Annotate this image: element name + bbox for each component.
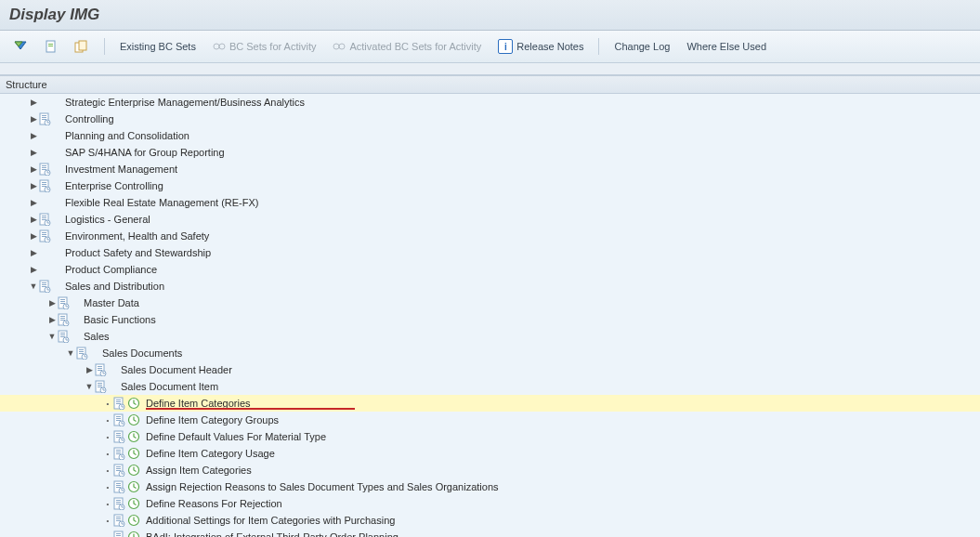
tree-node-label[interactable]: Environment, Health and Safety — [65, 230, 209, 242]
tree-row[interactable]: ▶Sales Document Header — [0, 361, 980, 378]
expand-icon[interactable]: ▶ — [28, 148, 39, 157]
tree-row[interactable]: ▶Environment, Health and Safety — [0, 228, 980, 244]
tree-node-label[interactable]: Sales — [84, 331, 110, 342]
tree-node-label[interactable]: Sales Document Header — [121, 364, 232, 375]
where-else-used-button[interactable]: Where Else Used — [681, 39, 772, 54]
tree-row[interactable]: •Additional Settings for Item Categories… — [0, 512, 980, 529]
tree-row[interactable]: ▶Planning and Consolidation — [0, 127, 980, 144]
tree-node-label[interactable]: Additional Settings for Item Categories … — [146, 515, 395, 526]
release-notes-button[interactable]: i Release Notes — [492, 37, 589, 56]
expand-icon[interactable]: ▶ — [46, 315, 58, 324]
tree-node-label[interactable]: Assign Item Categories — [146, 465, 252, 476]
tree-row[interactable]: ▶Investment Management — [0, 161, 980, 177]
tree-row[interactable]: •Assign Item Categories — [0, 462, 980, 478]
expand-icon[interactable]: ▶ — [28, 248, 39, 257]
bc-sets-for-activity-button[interactable]: BC Sets for Activity — [207, 39, 322, 54]
expand-icon[interactable]: ▶ — [28, 181, 39, 190]
activated-bc-sets-button[interactable]: Activated BC Sets for Activity — [327, 39, 487, 54]
expand-icon[interactable]: ▶ — [28, 114, 39, 124]
expand-icon[interactable]: ▶ — [46, 298, 58, 308]
tree-row[interactable]: •Define Item Category Usage — [0, 445, 980, 462]
tree-row[interactable]: ▶Strategic Enterprise Management/Busines… — [0, 94, 980, 111]
tree-node-label[interactable]: Product Safety and Stewardship — [65, 247, 211, 258]
tree-row[interactable]: ▶Product Compliance — [0, 261, 980, 278]
execute-clock-icon[interactable] — [127, 497, 140, 510]
tree-row[interactable]: •Define Reasons For Rejection — [0, 495, 980, 512]
tree-node-label[interactable]: Product Compliance — [65, 264, 157, 275]
tree-row[interactable]: •Define Default Values For Material Type — [0, 428, 980, 445]
img-activity-doc-icon[interactable] — [113, 447, 126, 460]
tree-node-label[interactable]: Master Data — [84, 297, 139, 308]
collapse-icon[interactable]: ▼ — [28, 282, 39, 291]
tree-row[interactable]: ▶Enterprise Controlling — [0, 177, 980, 194]
img-activity-doc-icon[interactable] — [58, 313, 71, 326]
tree-node-label[interactable]: Sales Documents — [102, 347, 182, 359]
img-activity-doc-icon[interactable] — [39, 213, 52, 226]
img-activity-doc-icon[interactable] — [58, 330, 71, 343]
doc-button[interactable] — [39, 38, 63, 55]
tree-row[interactable]: ▶SAP S/4HANA for Group Reporting — [0, 144, 980, 161]
tree-node-label[interactable]: Investment Management — [65, 164, 177, 175]
img-activity-doc-icon[interactable] — [39, 179, 52, 192]
img-activity-doc-icon[interactable] — [113, 430, 126, 443]
expand-all-button[interactable] — [7, 38, 33, 55]
tree-node-label[interactable]: Define Default Values For Material Type — [146, 431, 326, 442]
expand-icon[interactable]: ▶ — [84, 365, 95, 374]
tree-row[interactable]: ▶Master Data — [0, 295, 980, 311]
img-activity-doc-icon[interactable] — [113, 464, 126, 477]
tree-node-label[interactable]: Controlling — [65, 113, 114, 124]
expand-icon[interactable]: ▶ — [28, 215, 39, 224]
expand-icon[interactable]: ▶ — [28, 131, 39, 140]
img-activity-doc-icon[interactable] — [113, 497, 126, 510]
execute-clock-icon[interactable] — [127, 413, 140, 426]
tree-node-label[interactable]: Strategic Enterprise Management/Business… — [65, 97, 305, 108]
tree-row[interactable]: •Define Item Category Groups — [0, 412, 980, 428]
img-activity-doc-icon[interactable] — [113, 514, 126, 527]
execute-clock-icon[interactable] — [127, 430, 140, 443]
tree-row[interactable]: ▶Logistics - General — [0, 211, 980, 228]
collapse-icon[interactable]: ▼ — [46, 332, 58, 341]
collapse-icon[interactable]: ▼ — [65, 348, 76, 358]
expand-icon[interactable]: ▶ — [28, 98, 39, 107]
tree-row[interactable]: ▼Sales Documents — [0, 345, 980, 361]
execute-clock-icon[interactable] — [127, 447, 140, 460]
img-activity-doc-icon[interactable] — [113, 397, 126, 410]
expand-icon[interactable]: ▶ — [28, 198, 39, 207]
tree-row[interactable]: ▶Flexible Real Estate Management (RE-FX) — [0, 194, 980, 211]
img-activity-doc-icon[interactable] — [113, 530, 126, 537]
img-activity-doc-icon[interactable] — [95, 380, 108, 393]
img-activity-doc-icon[interactable] — [39, 112, 52, 125]
tree-node-label[interactable]: Sales Document Item — [121, 381, 218, 392]
expand-icon[interactable]: ▶ — [28, 164, 39, 174]
execute-clock-icon[interactable] — [127, 397, 140, 410]
collapse-icon[interactable]: ▼ — [84, 382, 95, 391]
execute-clock-icon[interactable] — [127, 530, 140, 537]
expand-icon[interactable]: ▶ — [28, 231, 39, 241]
tree-row[interactable]: •Assign Rejection Reasons to Sales Docum… — [0, 478, 980, 495]
tree-node-label[interactable]: SAP S/4HANA for Group Reporting — [65, 147, 225, 158]
tree-node-label[interactable]: Basic Functions — [84, 314, 156, 325]
img-activity-doc-icon[interactable] — [113, 413, 126, 426]
tree-row[interactable]: •BAdI: Integration of External Third-Par… — [0, 529, 980, 537]
execute-clock-icon[interactable] — [127, 514, 140, 527]
tree-row[interactable]: ▼Sales Document Item — [0, 378, 980, 395]
tree-node-label[interactable]: BAdI: Integration of External Third-Part… — [146, 531, 399, 537]
tree-node-label[interactable]: Define Item Categories — [146, 398, 251, 409]
tree-row[interactable]: •Define Item Categories — [0, 395, 980, 412]
tree-node-label[interactable]: Logistics - General — [65, 214, 150, 225]
img-activity-doc-icon[interactable] — [95, 363, 108, 376]
tree-row[interactable]: ▶Controlling — [0, 111, 980, 127]
img-activity-doc-icon[interactable] — [39, 229, 52, 242]
expand-icon[interactable]: ▶ — [28, 265, 39, 274]
tree-node-label[interactable]: Define Reasons For Rejection — [146, 498, 282, 509]
execute-clock-icon[interactable] — [127, 480, 140, 493]
img-activity-doc-icon[interactable] — [39, 163, 52, 176]
tree-row[interactable]: ▶Basic Functions — [0, 311, 980, 328]
tree-node-label[interactable]: Define Item Category Usage — [146, 448, 275, 459]
tree-row[interactable]: ▼Sales and Distribution — [0, 278, 980, 295]
tree-node-label[interactable]: Sales and Distribution — [65, 281, 164, 292]
existing-bc-sets-button[interactable]: Existing BC Sets — [114, 39, 202, 54]
tree-node-label[interactable]: Flexible Real Estate Management (RE-FX) — [65, 197, 258, 208]
copy-doc-button[interactable] — [69, 38, 95, 55]
tree-row[interactable]: ▶Product Safety and Stewardship — [0, 244, 980, 261]
